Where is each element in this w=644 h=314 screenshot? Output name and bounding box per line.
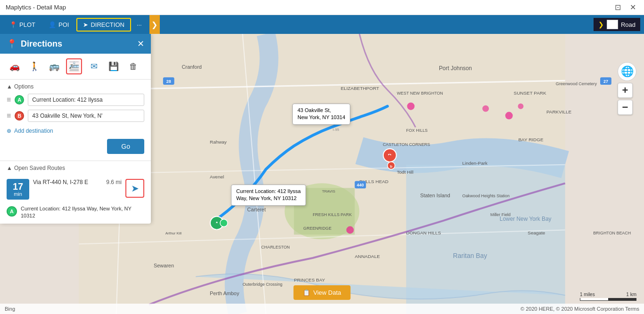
- svg-point-53: [482, 105, 489, 112]
- svg-text:BRIGHTON BEACH: BRIGHTON BEACH: [593, 231, 631, 235]
- svg-text:Outerbridge Crossing: Outerbridge Crossing: [242, 282, 282, 287]
- map-area[interactable]: Westfield Cranford Port Johnson Linden R…: [0, 34, 644, 314]
- svg-text:Port Johnson: Port Johnson: [439, 65, 472, 72]
- svg-text:FOX HILLS: FOX HILLS: [406, 128, 428, 133]
- svg-text:Rahway: Rahway: [210, 139, 227, 145]
- route-distance: 9.6 mi: [106, 179, 122, 185]
- svg-point-52: [407, 103, 414, 110]
- svg-text:WEST NEW BRIGHTON: WEST NEW BRIGHTON: [397, 91, 443, 96]
- direction-icon: ➤: [83, 21, 88, 28]
- tooltip-a: Current Location: 412 Ilyssa Way, New Yo…: [231, 185, 306, 206]
- options-label: Options: [14, 83, 33, 90]
- scale-km: 1 km: [626, 292, 636, 297]
- tooltip-a-line1: Current Location: 412 Ilyssa: [236, 188, 301, 195]
- view-data-button[interactable]: 📋 View Data: [293, 285, 350, 300]
- route-item: 17 min Via RT-440 N, I-278 E 9.6 mi ➤: [7, 175, 144, 203]
- road-button[interactable]: ❯ Road: [594, 18, 640, 31]
- navigate-icon: ➤: [131, 183, 139, 194]
- save-icon-button[interactable]: 💾: [106, 58, 122, 74]
- close-button[interactable]: ✕: [627, 2, 638, 13]
- road-arrow-icon: ❯: [598, 21, 604, 28]
- route-start-row: A Current Location: 412 Ilyssa Way, New …: [7, 203, 144, 220]
- route-time-box: 17 min: [7, 179, 29, 200]
- svg-text:440: 440: [357, 183, 364, 187]
- bottom-bar: Bing © 2020 HERE, © 2020 Microsoft Corpo…: [0, 304, 644, 314]
- bus-icon-button[interactable]: 🚌: [46, 58, 62, 74]
- view-data-icon: 📋: [303, 289, 310, 296]
- svg-text:PRINCES BAY: PRINCES BAY: [294, 277, 325, 282]
- route-details: Via RT-440 N, I-278 E 9.6 mi: [33, 179, 122, 185]
- svg-text:Staten Island: Staten Island: [420, 193, 450, 198]
- svg-text:TRAVIS: TRAVIS: [322, 189, 335, 193]
- zoom-in-button[interactable]: +: [618, 83, 633, 98]
- waypoint-b-row: ≡ B: [7, 110, 144, 122]
- svg-text:I-95: I-95: [333, 128, 339, 132]
- svg-text:b: b: [390, 164, 392, 169]
- svg-text:ELIZABETHPORT: ELIZABETHPORT: [341, 86, 379, 91]
- saved-routes-chevron-icon: ▲: [7, 165, 12, 171]
- svg-text:Cranford: Cranford: [182, 64, 202, 70]
- svg-point-56: [347, 226, 354, 234]
- saved-routes-header[interactable]: ▲ Open Saved Routes: [7, 165, 144, 171]
- waypoint-a-badge: A: [15, 95, 24, 105]
- waypoint-b-input[interactable]: [28, 110, 144, 122]
- scale-bar: 1 miles 1 km: [580, 292, 636, 301]
- copyright-text: © 2020 HERE, © 2020 Microsoft Corporatio…: [520, 306, 639, 312]
- svg-text:27: 27: [603, 79, 608, 84]
- svg-text:Seagate: Seagate: [528, 230, 545, 235]
- main-content: 📍 PLOT 👤 POI ➤ DIRECTION ··· ❯ ❯ Road: [0, 15, 644, 314]
- start-address: Current Location: 412 Ilyssa Way, New Yo…: [21, 205, 144, 220]
- collapse-button[interactable]: ❯: [149, 15, 160, 34]
- svg-text:CHARLESTON: CHARLESTON: [261, 245, 290, 250]
- svg-text:Sewaren: Sewaren: [154, 263, 174, 268]
- transport-icon-row: 🚗 🚶 🚌 🚈 ✉ 💾 🗑: [0, 54, 151, 80]
- svg-text:CASTLETON CORNERS: CASTLETON CORNERS: [383, 142, 430, 147]
- options-header[interactable]: ▲ Options: [7, 83, 144, 90]
- go-button-row: Go: [7, 136, 144, 157]
- svg-text:Perth Amboy: Perth Amboy: [210, 290, 239, 296]
- zoom-out-button[interactable]: −: [618, 100, 633, 115]
- svg-text:Greenwood Cemetery: Greenwood Cemetery: [556, 81, 597, 86]
- directions-icon: 📍: [7, 39, 17, 49]
- more-button[interactable]: ···: [133, 19, 146, 31]
- svg-text:ANNADALE: ANNADALE: [355, 254, 380, 259]
- waypoint-a-handle-icon: ≡: [7, 96, 11, 104]
- plot-button[interactable]: 📍 PLOT: [4, 19, 41, 31]
- car-icon-button[interactable]: 🚗: [7, 58, 23, 74]
- add-destination-button[interactable]: ⊕ Add destination: [7, 126, 144, 136]
- svg-text:Linden-Park: Linden-Park: [462, 161, 487, 166]
- direction-button[interactable]: ➤ DIRECTION: [76, 18, 131, 32]
- svg-point-65: [220, 219, 228, 227]
- add-icon: ⊕: [7, 128, 11, 134]
- bing-label: Bing: [5, 306, 15, 312]
- panel-title: Directions: [21, 39, 133, 49]
- tooltip-b-line2: New York, NY 10314: [297, 114, 345, 121]
- app-title: Maplytics - Detail Map: [6, 4, 66, 11]
- svg-text:28: 28: [166, 79, 171, 84]
- globe-button[interactable]: 🌐: [618, 62, 636, 81]
- route-time-unit: min: [10, 191, 25, 197]
- svg-text:GREENRIDGE: GREENRIDGE: [303, 226, 331, 231]
- svg-text:FRESH KILLS PARK: FRESH KILLS PARK: [313, 212, 352, 217]
- route-time-number: 17: [10, 182, 25, 191]
- transit-icon-button[interactable]: 🚈: [66, 58, 82, 74]
- waypoint-a-row: ≡ A: [7, 94, 144, 106]
- options-section: ▲ Options ≡ A ≡ B ⊕ Add destination: [0, 80, 151, 161]
- poi-icon: 👤: [49, 21, 56, 28]
- panel-header: 📍 Directions ✕: [0, 34, 151, 54]
- route-navigate-button[interactable]: ➤: [125, 179, 144, 198]
- go-button[interactable]: Go: [107, 139, 144, 154]
- walk-icon-button[interactable]: 🚶: [26, 58, 42, 74]
- svg-text:Todt Hill: Todt Hill: [397, 169, 413, 175]
- waypoint-a-input[interactable]: [28, 94, 144, 106]
- panel-close-button[interactable]: ✕: [137, 39, 144, 49]
- title-bar: Maplytics - Detail Map ⊡ ✕: [0, 0, 644, 15]
- tooltip-b-line1: 43 Oakville St,: [297, 107, 345, 114]
- svg-point-54: [505, 112, 513, 120]
- trash-icon-button[interactable]: 🗑: [125, 58, 141, 74]
- poi-button[interactable]: 👤 POI: [43, 19, 74, 31]
- options-chevron-icon: ▲: [7, 83, 12, 90]
- email-icon-button[interactable]: ✉: [86, 58, 102, 74]
- plot-icon: 📍: [9, 21, 17, 28]
- minimize-button[interactable]: ⊡: [612, 2, 623, 13]
